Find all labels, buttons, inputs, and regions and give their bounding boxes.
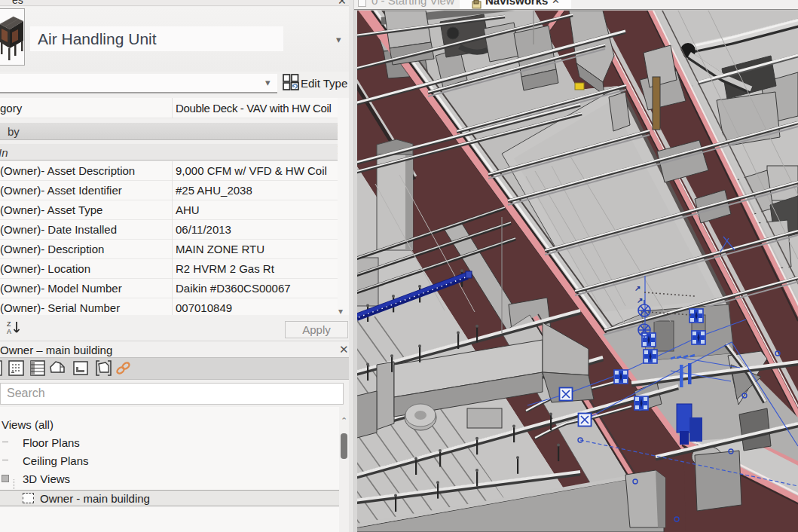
svg-text:↗: ↗ xyxy=(634,284,641,292)
svg-text:Z: Z xyxy=(7,320,11,328)
svg-text:A: A xyxy=(7,328,11,335)
svg-text:↗: ↗ xyxy=(637,296,643,304)
